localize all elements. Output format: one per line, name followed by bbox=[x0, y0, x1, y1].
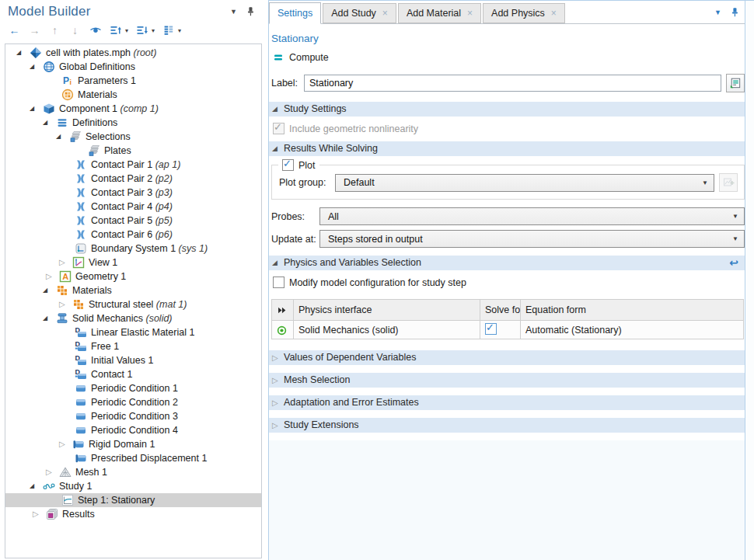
plot-checkbox[interactable] bbox=[282, 159, 294, 171]
equation-form-cell[interactable]: Automatic (Stationary) bbox=[521, 321, 744, 339]
materials-icon bbox=[72, 298, 85, 311]
collapsed-arrow-icon[interactable]: ▷ bbox=[54, 256, 72, 270]
tree-item-study-1[interactable]: ◢Study 1 bbox=[5, 479, 261, 493]
tree-item-selections[interactable]: ◢Selections bbox=[5, 130, 261, 144]
close-tab-icon[interactable]: × bbox=[551, 9, 557, 18]
tree-item-label: Global Definitions bbox=[59, 60, 135, 74]
section-header-study-extensions[interactable]: ▷ Study Extensions bbox=[269, 418, 745, 433]
section-header-adaptation-error-estimates[interactable]: ▷ Adaptation and Error Estimates bbox=[269, 395, 745, 410]
tree-item-label: Contact Pair 5 (p5) bbox=[91, 214, 173, 228]
pin-icon[interactable] bbox=[245, 6, 256, 17]
solve-for-checkbox[interactable] bbox=[485, 323, 497, 335]
update-at-row: Update at: Steps stored in output ▼ bbox=[271, 230, 745, 248]
update-at-select[interactable]: Steps stored in output ▼ bbox=[319, 230, 745, 248]
svg-text:A: A bbox=[62, 272, 68, 281]
tree-item-solid-mechanics[interactable]: ◢Solid Mechanics (solid) bbox=[5, 311, 261, 325]
tree-item-global-definitions[interactable]: ◢Global Definitions bbox=[5, 60, 261, 74]
expanded-arrow-icon[interactable]: ◢ bbox=[28, 102, 43, 116]
probes-select[interactable]: All ▼ bbox=[319, 207, 745, 225]
svg-text:P: P bbox=[63, 75, 69, 86]
tree-item-linear-elastic-material-1[interactable]: DLinear Elastic Material 1 bbox=[5, 325, 261, 339]
expanded-arrow-icon[interactable]: ◢ bbox=[41, 116, 56, 130]
tree-item-periodic-condition-3[interactable]: Periodic Condition 3 bbox=[5, 409, 261, 423]
tab-settings[interactable]: Settings bbox=[269, 2, 321, 24]
columns-menu-caret-icon[interactable]: ▾ bbox=[178, 27, 181, 34]
plot-group-select[interactable]: Default ▼ bbox=[335, 174, 714, 192]
tree-item-contact-pair-5[interactable]: Contact Pair 5 (p5) bbox=[5, 214, 261, 228]
tree-item-rigid-domain-1[interactable]: ▷Rigid Domain 1 bbox=[5, 437, 261, 451]
tree-item-boundary-system-1[interactable]: Boundary System 1 (sys 1) bbox=[5, 242, 261, 256]
tree-item-contact-pair-2[interactable]: Contact Pair 2 (p2) bbox=[5, 172, 261, 186]
section-header-values-of-dependent-variables[interactable]: ▷ Values of Dependent Variables bbox=[269, 350, 745, 365]
expanded-arrow-icon[interactable]: ◢ bbox=[28, 60, 43, 74]
collapsed-arrow-icon[interactable]: ▷ bbox=[41, 465, 59, 479]
label-input[interactable] bbox=[304, 75, 721, 92]
close-tab-icon[interactable]: × bbox=[382, 9, 388, 18]
tree-item-cell-with-plates-mph[interactable]: ◢cell with plates.mph (root) bbox=[5, 46, 261, 60]
back-icon[interactable]: ← bbox=[8, 24, 21, 37]
columns-icon[interactable] bbox=[162, 24, 175, 37]
section-header-study-settings[interactable]: ◢ Study Settings bbox=[269, 102, 745, 117]
tree-item-structural-steel[interactable]: ▷Structural steel (mat 1) bbox=[5, 297, 261, 311]
tree-item-parameters-1[interactable]: PiParameters 1 bbox=[5, 74, 261, 88]
tree-item-initial-values-1[interactable]: DInitial Values 1 bbox=[5, 353, 261, 367]
expanded-arrow-icon[interactable]: ◢ bbox=[54, 130, 69, 144]
close-tab-icon[interactable]: × bbox=[467, 9, 473, 18]
collapsed-arrow-icon[interactable]: ▷ bbox=[54, 297, 72, 311]
tree-item-materials[interactable]: ◢Materials bbox=[5, 283, 261, 297]
section-header-results-while-solving[interactable]: ◢ Results While Solving bbox=[269, 141, 745, 156]
tree-item-prescribed-displacement-1[interactable]: Prescribed Displacement 1 bbox=[5, 451, 261, 465]
tree-item-definitions[interactable]: ◢Definitions bbox=[5, 116, 261, 130]
modify-model-configuration-checkbox[interactable] bbox=[273, 277, 284, 288]
tree-item-free-1[interactable]: DFree 1 bbox=[5, 339, 261, 353]
tree-item-results[interactable]: ▷Results bbox=[5, 507, 261, 521]
panel-menu-caret-icon[interactable]: ▼ bbox=[230, 8, 237, 16]
tree-item-periodic-condition-2[interactable]: Periodic Condition 2 bbox=[5, 395, 261, 409]
panel-splitter[interactable] bbox=[262, 0, 268, 560]
tree-item-contact-pair-1[interactable]: Contact Pair 1 (ap 1) bbox=[5, 158, 261, 172]
tab-add-physics[interactable]: Add Physics× bbox=[483, 3, 565, 23]
tree-item-periodic-condition-4[interactable]: Periodic Condition 4 bbox=[5, 423, 261, 437]
tree-item-materials[interactable]: Materials bbox=[5, 88, 261, 102]
pin-icon[interactable] bbox=[729, 7, 740, 18]
collapsed-arrow-icon[interactable]: ▷ bbox=[54, 437, 72, 451]
collapse-all-icon[interactable] bbox=[109, 24, 122, 37]
collapse-all-menu-caret-icon[interactable]: ▾ bbox=[125, 27, 128, 34]
collapsed-arrow-icon[interactable]: ▷ bbox=[28, 507, 46, 521]
tab-add-study[interactable]: Add Study× bbox=[323, 3, 396, 23]
tree-item-geometry-1[interactable]: ▷AGeometry 1 bbox=[5, 270, 261, 283]
expand-all-icon[interactable] bbox=[135, 24, 148, 37]
tree-item-label: Structural steel (mat 1) bbox=[89, 297, 187, 311]
include-geometric-nonlinearity-checkbox[interactable] bbox=[273, 123, 284, 134]
tree-item-view-1[interactable]: ▷View 1 bbox=[5, 256, 261, 270]
tree-item-contact-1[interactable]: DContact 1 bbox=[5, 367, 261, 381]
tree-item-label: Initial Values 1 bbox=[91, 353, 153, 367]
tree-item-contact-pair-6[interactable]: Contact Pair 6 (p6) bbox=[5, 228, 261, 242]
panel-menu-caret-icon[interactable]: ▼ bbox=[714, 9, 721, 16]
expanded-arrow-icon[interactable]: ◢ bbox=[41, 311, 56, 325]
tree-item-contact-pair-4[interactable]: Contact Pair 4 (p4) bbox=[5, 200, 261, 214]
tree-item-plates[interactable]: Plates bbox=[5, 144, 261, 158]
section-header-physics-variables[interactable]: ◢ Physics and Variables Selection ↩ bbox=[269, 256, 745, 270]
show-icon[interactable] bbox=[89, 24, 102, 37]
expanded-arrow-icon[interactable]: ◢ bbox=[15, 46, 30, 60]
tree-item-label: Contact 1 bbox=[91, 367, 133, 381]
expanded-arrow-icon[interactable]: ◢ bbox=[41, 283, 56, 297]
collapsed-arrow-icon[interactable]: ▷ bbox=[41, 270, 59, 283]
tree-item-contact-pair-3[interactable]: Contact Pair 3 (p3) bbox=[5, 186, 261, 200]
tree-item-periodic-condition-1[interactable]: Periodic Condition 1 bbox=[5, 381, 261, 395]
tree-item-step-1-stationary[interactable]: Step 1: Stationary bbox=[5, 493, 261, 507]
model-builder-title: Model Builder bbox=[8, 4, 230, 19]
section-header-mesh-selection[interactable]: ▷ Mesh Selection bbox=[269, 373, 745, 388]
tab-add-material[interactable]: Add Material× bbox=[398, 3, 481, 23]
reset-to-default-icon[interactable]: ↩ bbox=[729, 256, 738, 270]
tree-item-label: Mesh 1 bbox=[75, 465, 107, 479]
compute-button[interactable]: Compute bbox=[272, 51, 745, 64]
expand-all-menu-caret-icon[interactable]: ▾ bbox=[152, 27, 155, 34]
table-row[interactable]: Solid Mechanics (solid) Automatic (Stati… bbox=[272, 321, 744, 339]
tree-item-mesh-1[interactable]: ▷Mesh 1 bbox=[5, 465, 261, 479]
step-stationary-icon bbox=[61, 494, 74, 506]
rename-label-button[interactable] bbox=[726, 74, 745, 92]
tree-item-component-1[interactable]: ◢Component 1 (comp 1) bbox=[5, 102, 261, 116]
expanded-arrow-icon[interactable]: ◢ bbox=[28, 479, 43, 493]
